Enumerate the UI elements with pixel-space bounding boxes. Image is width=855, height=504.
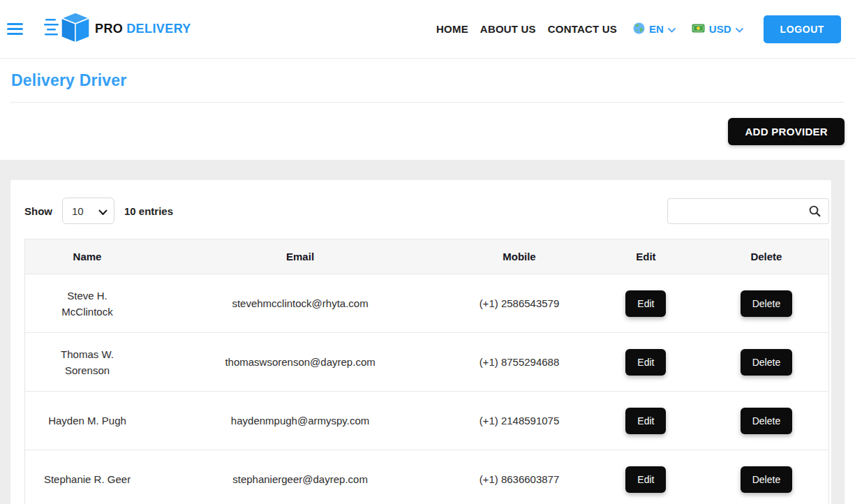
menu-hamburger-icon[interactable]: [7, 20, 23, 38]
page-size-select-wrap: 10: [62, 198, 114, 224]
driver-mobile: (+1) 8755294688: [451, 333, 588, 392]
search-box: [667, 198, 829, 224]
globe-icon: [633, 22, 645, 36]
page-title: Delivery Driver: [0, 59, 845, 90]
table-row: Thomas W. Sorenson thomaswsorenson@dayre…: [25, 333, 829, 392]
delete-button[interactable]: Delete: [741, 408, 792, 434]
column-header-name: Name: [25, 239, 150, 274]
driver-mobile: (+1) 2586543579: [451, 274, 588, 333]
search-input[interactable]: [667, 198, 829, 224]
column-header-email: Email: [149, 239, 451, 274]
chevron-down-icon: [668, 23, 676, 35]
driver-mobile: (+1) 8636603877: [451, 450, 588, 504]
driver-email: stephaniergeer@dayrep.com: [149, 450, 451, 504]
chevron-down-icon: [736, 23, 743, 35]
top-navbar: PRODELIVERY HOME ABOUT US CONTACT US EN: [0, 0, 855, 59]
driver-email: haydenmpugh@armyspy.com: [149, 392, 451, 450]
column-header-delete: Delete: [704, 239, 829, 274]
edit-button[interactable]: Edit: [625, 408, 666, 434]
delete-button[interactable]: Delete: [741, 290, 792, 317]
add-provider-button[interactable]: ADD PROVIDER: [728, 118, 845, 145]
currency-dropdown[interactable]: USD: [692, 23, 743, 35]
brand-name-secondary: DELIVERY: [126, 22, 191, 36]
delivery-box-icon: [44, 12, 90, 47]
page-size-select[interactable]: 10: [62, 198, 114, 224]
currency-label: USD: [709, 23, 731, 35]
language-dropdown[interactable]: EN: [633, 22, 676, 36]
column-header-mobile: Mobile: [451, 239, 588, 274]
brand-name: PRODELIVERY: [95, 22, 191, 36]
show-label: Show: [24, 205, 52, 217]
edit-button[interactable]: Edit: [625, 466, 666, 493]
driver-name: Stephanie R. Geer: [25, 450, 150, 504]
edit-button[interactable]: Edit: [625, 290, 666, 317]
table-header-row: Name Email Mobile Edit Delete: [25, 239, 829, 274]
nav-link-home[interactable]: HOME: [436, 23, 468, 35]
entries-count-label: 10 entries: [124, 205, 173, 217]
nav-link-contact-us[interactable]: CONTACT US: [548, 23, 617, 35]
banknote-icon: [692, 23, 705, 35]
nav-link-about-us[interactable]: ABOUT US: [480, 23, 536, 35]
providers-table: Name Email Mobile Edit Delete Steve H. M…: [24, 239, 829, 504]
driver-mobile: (+1) 2148591075: [451, 392, 588, 450]
delete-button[interactable]: Delete: [741, 466, 792, 493]
logout-button[interactable]: LOGOUT: [764, 15, 841, 43]
driver-name: Steve H. McClintock: [25, 274, 150, 333]
driver-email: thomaswsorenson@dayrep.com: [149, 333, 451, 392]
edit-button[interactable]: Edit: [625, 349, 666, 376]
table-controls: Show 10 10 entries: [24, 198, 829, 224]
table-row: Stephanie R. Geer stephaniergeer@dayrep.…: [25, 450, 829, 504]
brand-logo[interactable]: PRODELIVERY: [44, 12, 191, 47]
language-label: EN: [649, 23, 664, 35]
column-header-edit: Edit: [588, 239, 704, 274]
driver-name: Thomas W. Sorenson: [25, 333, 150, 392]
table-row: Hayden M. Pugh haydenmpugh@armyspy.com (…: [25, 392, 829, 450]
driver-name: Hayden M. Pugh: [25, 392, 150, 450]
content-section: Show 10 10 entries: [0, 160, 845, 504]
driver-email: stevehmcclintock@rhyta.com: [149, 274, 451, 333]
navbar-right-group: HOME ABOUT US CONTACT US EN: [436, 15, 841, 43]
brand-name-primary: PRO: [95, 22, 123, 36]
page-header-section: Delivery Driver ADD PROVIDER: [0, 59, 845, 160]
table-row: Steve H. McClintock stevehmcclintock@rhy…: [25, 274, 829, 333]
search-icon[interactable]: [808, 205, 821, 221]
add-provider-row: ADD PROVIDER: [0, 103, 845, 160]
providers-card: Show 10 10 entries: [10, 180, 831, 504]
delete-button[interactable]: Delete: [741, 349, 792, 376]
